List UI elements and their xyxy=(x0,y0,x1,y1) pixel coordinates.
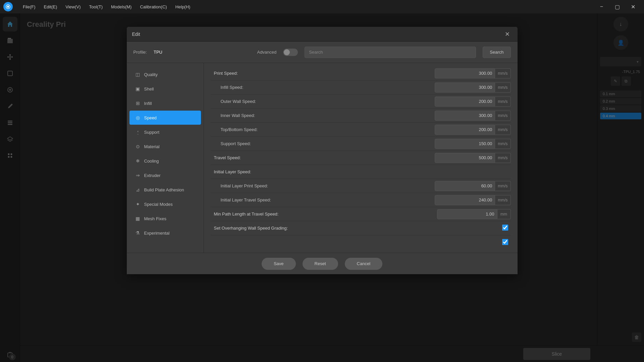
overhanging-speed-row: Set Overhanging Wall Speed Grading: xyxy=(211,221,511,235)
category-speed[interactable]: ◎ Speed xyxy=(129,111,201,125)
min-path-length-row: Min Path Length at Travel Speed: mm xyxy=(211,207,511,221)
initial-layer-print-speed-input-group: mm/s xyxy=(435,181,511,191)
top-bottom-speed-label: Top/Bottom Speed: xyxy=(211,127,435,132)
outer-wall-speed-unit: mm/s xyxy=(495,97,511,107)
close-button[interactable]: ✕ xyxy=(626,0,641,13)
outer-wall-speed-input-group: mm/s xyxy=(435,97,511,107)
inner-wall-speed-input[interactable] xyxy=(435,111,495,121)
save-button[interactable]: Save xyxy=(262,258,296,270)
toggle-knob xyxy=(284,49,290,55)
print-speed-unit: mm/s xyxy=(495,68,511,78)
maximize-button[interactable]: ▢ xyxy=(610,0,625,13)
min-path-length-unit: mm xyxy=(497,209,511,219)
category-infill[interactable]: ⊞ Infill xyxy=(129,96,201,110)
print-speed-label: Print Speed: xyxy=(211,71,435,76)
outer-wall-speed-input[interactable] xyxy=(435,97,495,107)
build-plate-icon: ⊿ xyxy=(135,187,141,192)
category-quality[interactable]: ◫ Quality xyxy=(129,67,201,81)
category-speed-label: Speed xyxy=(144,115,157,120)
overhanging-speed-label: Set Overhanging Wall Speed Grading: xyxy=(211,226,502,231)
support-speed-unit: mm/s xyxy=(495,139,511,149)
edit-dialog: Edit ✕ Profile: TPU Advanced Search xyxy=(127,27,518,274)
category-shell[interactable]: ▣ Shell xyxy=(129,82,201,96)
infill-speed-row: Infill Speed: mm/s xyxy=(211,80,511,95)
category-cooling[interactable]: ❄ Cooling xyxy=(129,154,201,168)
dialog-body: ◫ Quality ▣ Shell ⊞ Infill ◎ xyxy=(127,63,518,253)
category-support[interactable]: ⍘ Support xyxy=(129,125,201,139)
support-speed-row: Support Speed: mm/s xyxy=(211,137,511,151)
category-mesh-fixes[interactable]: ▦ Mesh Fixes xyxy=(129,212,201,226)
support-speed-input[interactable] xyxy=(435,139,495,149)
extra-checkbox[interactable] xyxy=(502,239,508,245)
advanced-label: Advanced xyxy=(257,50,276,55)
travel-speed-input-group: mm/s xyxy=(435,153,511,163)
initial-layer-travel-speed-row: Initial Layer Travel Speed: mm/s xyxy=(211,193,511,207)
initial-layer-travel-speed-input[interactable] xyxy=(435,195,495,205)
category-infill-label: Infill xyxy=(144,101,152,106)
menu-help[interactable]: Help(H) xyxy=(172,3,194,11)
category-special-modes-label: Special Modes xyxy=(144,202,173,207)
quality-icon: ◫ xyxy=(135,72,141,77)
cooling-icon: ❄ xyxy=(135,158,141,164)
initial-layer-travel-speed-input-group: mm/s xyxy=(435,195,511,205)
experimental-icon: ⚗ xyxy=(135,230,141,236)
category-quality-label: Quality xyxy=(144,72,158,77)
settings-content: Print Speed: mm/s Infill Speed: mm/ xyxy=(204,63,518,253)
dialog-title: Edit xyxy=(132,32,503,37)
category-material-label: Material xyxy=(144,144,160,149)
top-bottom-speed-input-group: mm/s xyxy=(435,125,511,135)
menu-edit[interactable]: Edit(E) xyxy=(41,3,61,11)
category-material[interactable]: ⊙ Material xyxy=(129,139,201,154)
inner-wall-speed-unit: mm/s xyxy=(495,111,511,121)
cancel-button[interactable]: Cancel xyxy=(345,258,382,270)
infill-speed-input[interactable] xyxy=(435,82,495,93)
top-bottom-speed-input[interactable] xyxy=(435,125,495,135)
inner-wall-speed-label: Inner Wall Speed: xyxy=(211,113,435,118)
infill-icon: ⊞ xyxy=(135,101,141,106)
menu-bar: File(F) Edit(E) View(V) Tool(T) Models(M… xyxy=(19,3,587,11)
window-controls: − ▢ ✕ xyxy=(594,0,641,13)
overhanging-speed-checkbox[interactable] xyxy=(502,225,508,231)
category-extruder[interactable]: ⇒ Extruder xyxy=(129,168,201,182)
dialog-close-button[interactable]: ✕ xyxy=(503,29,512,39)
svg-point-1 xyxy=(7,6,9,8)
category-experimental[interactable]: ⚗ Experimental xyxy=(129,226,201,240)
dialog-toolbar: Profile: TPU Advanced Search xyxy=(127,42,518,63)
extruder-icon: ⇒ xyxy=(135,173,141,178)
initial-layer-print-speed-input[interactable] xyxy=(435,181,495,191)
category-shell-label: Shell xyxy=(144,86,154,92)
category-cooling-label: Cooling xyxy=(144,159,159,164)
initial-layer-travel-speed-unit: mm/s xyxy=(495,195,511,205)
initial-layer-print-speed-unit: mm/s xyxy=(495,181,511,191)
category-mesh-fixes-label: Mesh Fixes xyxy=(144,216,166,221)
menu-calibration[interactable]: Calibration(C) xyxy=(137,3,170,11)
support-icon: ⍘ xyxy=(135,129,141,135)
category-build-plate-adhesion[interactable]: ⊿ Build Plate Adhesion xyxy=(129,183,201,197)
advanced-toggle[interactable] xyxy=(283,49,298,56)
modal-overlay: Edit ✕ Profile: TPU Advanced Search xyxy=(0,13,644,362)
print-speed-input[interactable] xyxy=(435,68,495,78)
categories-list: ◫ Quality ▣ Shell ⊞ Infill ◎ xyxy=(127,63,204,253)
search-button[interactable]: Search xyxy=(483,47,511,58)
speed-icon: ◎ xyxy=(135,115,141,120)
profile-label: Profile: xyxy=(133,50,147,55)
travel-speed-unit: mm/s xyxy=(495,153,511,163)
outer-wall-speed-row: Outer Wall Speed: mm/s xyxy=(211,95,511,109)
travel-speed-label: Travel Speed: xyxy=(211,155,435,160)
initial-layer-speed-header: Initial Layer Speed: xyxy=(211,169,511,174)
reset-button[interactable]: Reset xyxy=(303,258,338,270)
menu-tool[interactable]: Tool(T) xyxy=(86,3,106,11)
menu-file[interactable]: File(F) xyxy=(19,3,39,11)
travel-speed-input[interactable] xyxy=(435,153,495,163)
menu-models[interactable]: Models(M) xyxy=(108,3,135,11)
mesh-fixes-icon: ▦ xyxy=(135,216,141,221)
search-input[interactable] xyxy=(305,47,476,58)
minimize-button[interactable]: − xyxy=(594,0,609,13)
menu-view[interactable]: View(V) xyxy=(62,3,84,11)
shell-icon: ▣ xyxy=(135,86,141,92)
min-path-length-input-group: mm xyxy=(437,209,511,219)
min-path-length-input[interactable] xyxy=(437,209,497,219)
extra-row xyxy=(211,235,511,249)
category-special-modes[interactable]: ✦ Special Modes xyxy=(129,197,201,211)
support-speed-input-group: mm/s xyxy=(435,139,511,149)
